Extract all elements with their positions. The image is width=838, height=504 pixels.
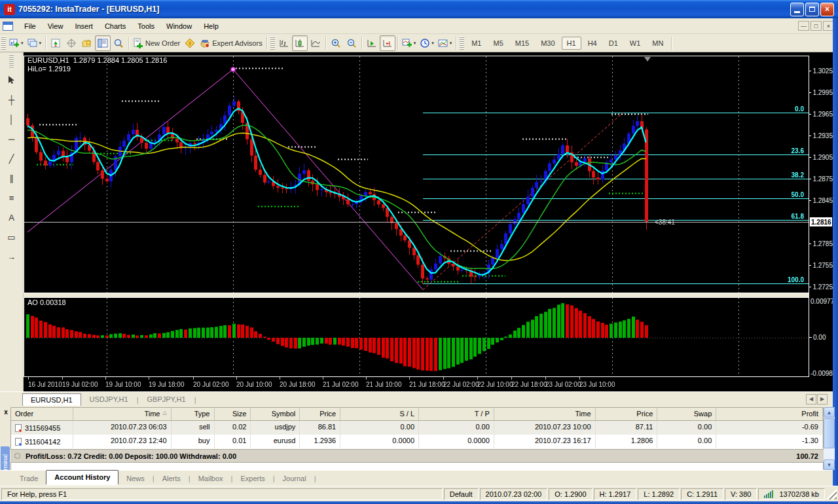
timeframe-w1[interactable]: W1	[625, 37, 646, 50]
data-window-button[interactable]	[64, 35, 79, 51]
tool-vertical-line[interactable]: │	[4, 111, 20, 127]
scroll-up-button[interactable]: ▲	[824, 407, 835, 418]
status-profile[interactable]: Default	[444, 488, 479, 500]
tool-cursor[interactable]	[4, 72, 20, 88]
toolbar-grip[interactable]	[460, 37, 464, 50]
timeframe-h4[interactable]: H4	[583, 37, 602, 50]
price-tick: 1.2935	[809, 132, 833, 139]
column-header-price[interactable]: Price	[300, 408, 340, 420]
timeframe-m1[interactable]: M1	[466, 37, 486, 50]
new-chart-button[interactable]: ▾	[7, 35, 26, 51]
column-header-order[interactable]: Order	[11, 408, 73, 420]
chart-tab-gbpjpy-h1[interactable]: GBPJPY,H1	[139, 393, 194, 406]
market-watch-button[interactable]	[48, 35, 64, 51]
bar-chart-button[interactable]	[276, 35, 292, 51]
close-button[interactable]: ×	[820, 3, 834, 16]
tool-trendline[interactable]: ╱	[4, 151, 20, 166]
price-chart-canvas[interactable]	[24, 52, 809, 391]
timeframe-d1[interactable]: D1	[604, 37, 623, 50]
new-chart-icon	[9, 38, 20, 48]
price-tick: 1.2965	[809, 111, 833, 118]
periods-button[interactable]: ▾	[418, 35, 436, 51]
scroll-down-button[interactable]: ▼	[824, 459, 835, 470]
terminal-close-icon[interactable]: x	[2, 408, 10, 416]
column-header-time[interactable]: Time	[494, 408, 596, 420]
tool-text-label[interactable]: ▭	[4, 229, 20, 245]
toolbar-grip[interactable]	[270, 37, 275, 50]
tab-scroll-right-button[interactable]: ▶	[817, 394, 828, 405]
cell-symbol: usdjpy	[251, 421, 300, 435]
timeframe-m30[interactable]: M30	[536, 37, 560, 50]
scroll-thumb[interactable]	[824, 418, 835, 448]
terminal-button[interactable]	[95, 35, 111, 51]
resize-grip[interactable]	[826, 489, 837, 499]
tool-cycle-lines[interactable]: →	[4, 249, 20, 264]
chart-shift-button[interactable]	[380, 35, 395, 51]
chart-tab-eurusd-h1[interactable]: EURUSD,H1	[22, 393, 81, 406]
order-id: 311569455	[25, 424, 60, 432]
terminal-tab-news[interactable]: News	[118, 472, 153, 485]
column-header-time[interactable]: Time△	[73, 408, 172, 420]
column-header-type[interactable]: Type	[172, 408, 215, 420]
zoom-out-button[interactable]	[344, 35, 359, 51]
ohlc-readout: EURUSD,H1 1.2879 1.2884 1.2805 1.2816	[27, 56, 167, 64]
line-chart-button[interactable]	[308, 35, 323, 51]
price-tick: 1.2905	[809, 154, 833, 161]
templates-button[interactable]: ▾	[436, 35, 454, 51]
column-header-symbol[interactable]: Symbol	[251, 408, 300, 420]
column-header-swap[interactable]: Swap	[657, 408, 716, 420]
new-order-button[interactable]: New Order	[131, 35, 182, 51]
minimize-button[interactable]	[790, 3, 804, 16]
bar-chart-icon	[279, 38, 289, 48]
terminal-tab-mailbox[interactable]: Mailbox	[191, 472, 231, 485]
timeframe-m5[interactable]: M5	[488, 37, 508, 50]
table-row[interactable]: 3115694552010.07.23 06:03sell0.02usdjpy8…	[11, 421, 823, 435]
terminal-tab-account-history[interactable]: Account History	[46, 470, 118, 485]
menu-view[interactable]: View	[42, 20, 69, 32]
terminal-tab-experts[interactable]: Experts	[232, 472, 272, 485]
indicators-button[interactable]: ▾	[400, 35, 418, 51]
strategy-tester-button[interactable]	[111, 35, 126, 51]
toolbar-grip[interactable]	[1, 37, 6, 50]
menu-window[interactable]: Window	[160, 20, 198, 32]
zoom-in-button[interactable]	[328, 35, 344, 51]
mdi-restore-button[interactable]: □	[811, 21, 822, 31]
terminal-tab-journal[interactable]: Journal	[275, 472, 314, 485]
column-header-tp[interactable]: T / P	[419, 408, 494, 420]
column-header-price[interactable]: Price	[596, 408, 658, 420]
menu-file[interactable]: File	[18, 20, 42, 32]
chart-window-icon[interactable]	[3, 22, 13, 31]
metaeditor-button[interactable]: !	[182, 35, 198, 51]
profiles-button[interactable]: ▾	[26, 35, 44, 51]
column-header-size[interactable]: Size	[215, 408, 251, 420]
tool-fibonacci[interactable]: ≡	[4, 190, 20, 206]
tick-mark	[809, 287, 811, 287]
toolbar-grip[interactable]	[9, 54, 14, 67]
menu-charts[interactable]: Charts	[99, 20, 132, 32]
timeframe-mn[interactable]: MN	[647, 37, 668, 50]
menu-tools[interactable]: Tools	[132, 20, 160, 32]
timeframe-m15[interactable]: M15	[510, 37, 534, 50]
navigator-button[interactable]	[79, 35, 95, 51]
table-row[interactable]: 3116041422010.07.23 12:40buy0.01eurusd1.…	[11, 435, 823, 448]
menu-insert[interactable]: Insert	[69, 20, 99, 32]
column-header-sl[interactable]: S / L	[340, 408, 419, 420]
tool-crosshair[interactable]: ┼	[4, 92, 20, 107]
tab-scroll-left-button[interactable]: ◀	[806, 394, 816, 405]
dropdown-arrow-icon: ▾	[450, 41, 452, 46]
timeframe-h1[interactable]: H1	[562, 37, 581, 50]
chart-tab-usdjpy-h1[interactable]: USDJPY,H1	[81, 393, 137, 406]
tool-text[interactable]: A	[4, 209, 20, 225]
restore-button[interactable]	[805, 3, 819, 16]
tool-horizontal-line[interactable]: ─	[4, 131, 20, 147]
tool-equidistant-channel[interactable]: ∥	[4, 170, 20, 186]
expert-advisors-button[interactable]: Expert Advisors	[198, 35, 264, 51]
mdi-minimize-button[interactable]: —	[798, 21, 809, 31]
menu-help[interactable]: Help	[198, 20, 225, 32]
terminal-tab-trade[interactable]: Trade	[12, 472, 46, 485]
cell-order: 311604142	[11, 435, 73, 448]
terminal-tab-alerts[interactable]: Alerts	[155, 472, 189, 485]
column-header-profit[interactable]: Profit	[716, 408, 823, 420]
candlestick-button[interactable]	[292, 35, 308, 51]
auto-scroll-button[interactable]	[364, 35, 380, 51]
